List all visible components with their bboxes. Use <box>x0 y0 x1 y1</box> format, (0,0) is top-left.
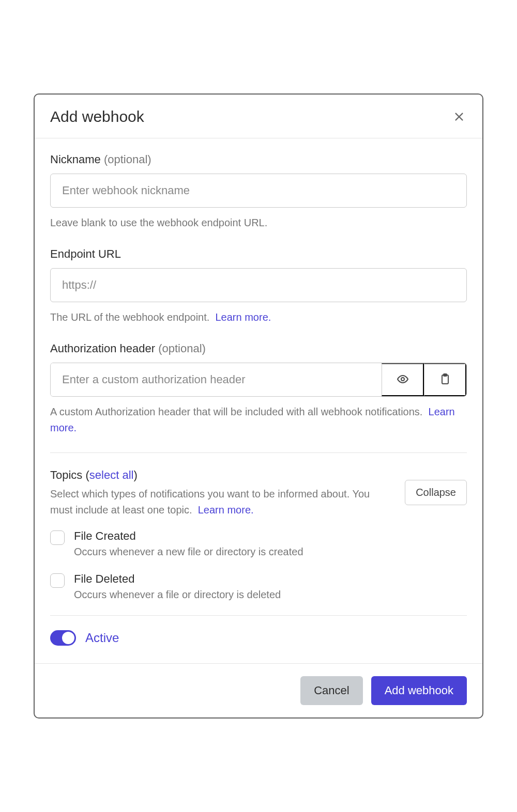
auth-label: Authorization header (optional) <box>50 342 467 355</box>
endpoint-field: Endpoint URL The URL of the webhook endp… <box>50 247 467 325</box>
add-webhook-modal: Add webhook Nickname (optional) Leave bl… <box>34 93 483 719</box>
nickname-label-text: Nickname <box>50 153 101 166</box>
divider <box>50 615 467 616</box>
topics-label: Topics <box>50 469 82 481</box>
modal-header: Add webhook <box>35 95 482 138</box>
auth-helper: A custom Authorization header that will … <box>50 404 467 436</box>
topic-desc: Occurs whenever a file or directory is d… <box>74 589 467 601</box>
topics-list: File Created Occurs whenever a new file … <box>50 529 467 601</box>
collapse-button[interactable]: Collapse <box>405 480 467 505</box>
topic-text: File Deleted Occurs whenever a file or d… <box>74 572 467 601</box>
topics-select-all-link[interactable]: select all <box>89 469 134 481</box>
modal-body: Nickname (optional) Leave blank to use t… <box>35 138 482 663</box>
topics-helper: Select which types of notifications you … <box>50 486 394 518</box>
active-row: Active <box>50 630 467 646</box>
topics-title: Topics (select all) <box>50 469 394 482</box>
nickname-helper: Leave blank to use the webhook endpoint … <box>50 215 467 231</box>
endpoint-label: Endpoint URL <box>50 247 467 261</box>
cancel-button[interactable]: Cancel <box>300 676 362 705</box>
modal-footer: Cancel Add webhook <box>35 663 482 717</box>
close-icon <box>453 116 465 124</box>
nickname-optional: (optional) <box>104 153 151 166</box>
active-label: Active <box>85 631 119 645</box>
nickname-label: Nickname (optional) <box>50 153 467 166</box>
topic-text: File Created Occurs whenever a new file … <box>74 529 467 558</box>
topics-header-left: Topics (select all) Select which types o… <box>50 469 394 518</box>
topic-item: File Created Occurs whenever a new file … <box>50 529 467 558</box>
endpoint-input[interactable] <box>50 268 467 302</box>
auth-field: Authorization header (optional) <box>50 342 467 436</box>
auth-helper-text: A custom Authorization header that will … <box>50 406 422 417</box>
active-toggle[interactable] <box>50 630 76 646</box>
topic-checkbox-file-created[interactable] <box>50 530 65 545</box>
auth-optional: (optional) <box>158 342 206 355</box>
close-button[interactable] <box>451 109 467 124</box>
auth-label-text: Authorization header <box>50 342 155 355</box>
nickname-input[interactable] <box>50 174 467 208</box>
topics-learn-more-link[interactable]: Learn more. <box>198 504 254 516</box>
reveal-button[interactable] <box>382 363 424 396</box>
endpoint-learn-more-link[interactable]: Learn more. <box>215 311 271 323</box>
nickname-field: Nickname (optional) Leave blank to use t… <box>50 153 467 231</box>
topic-item: File Deleted Occurs whenever a file or d… <box>50 572 467 601</box>
topic-name: File Deleted <box>74 572 467 586</box>
modal-title: Add webhook <box>50 108 144 126</box>
endpoint-helper-text: The URL of the webhook endpoint. <box>50 311 209 323</box>
svg-point-2 <box>401 378 404 381</box>
topic-desc: Occurs whenever a new file or directory … <box>74 546 467 558</box>
clipboard-icon <box>439 373 451 387</box>
endpoint-helper: The URL of the webhook endpoint. Learn m… <box>50 309 467 325</box>
topic-checkbox-file-deleted[interactable] <box>50 573 65 588</box>
topic-name: File Created <box>74 529 467 543</box>
eye-icon <box>397 373 409 387</box>
copy-button[interactable] <box>424 363 466 396</box>
toggle-knob <box>62 632 74 644</box>
auth-input[interactable] <box>51 363 382 396</box>
divider <box>50 452 467 453</box>
auth-input-row <box>50 363 467 397</box>
topics-header: Topics (select all) Select which types o… <box>50 469 467 518</box>
add-webhook-button[interactable]: Add webhook <box>371 676 467 705</box>
